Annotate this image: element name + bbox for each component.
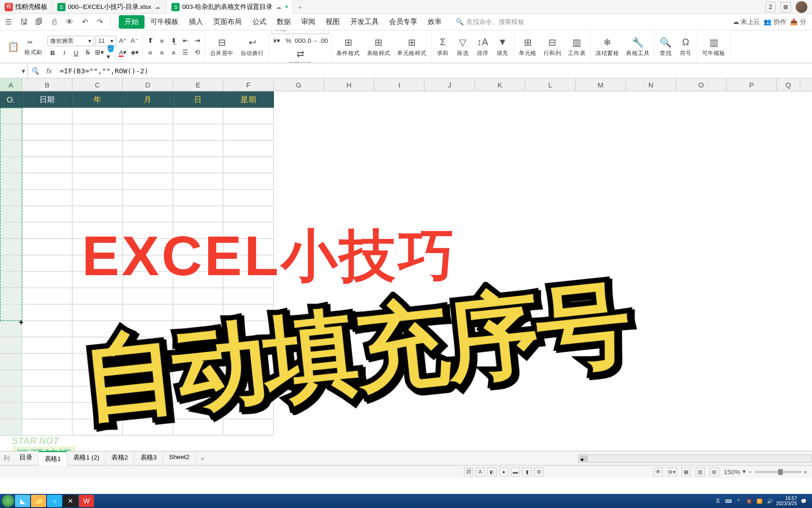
cell[interactable] bbox=[22, 157, 72, 174]
notifications-icon[interactable]: 💬 bbox=[800, 497, 807, 505]
tab-file-000[interactable]: S 000--EXCEL小技巧-目录.xlsx ☁ bbox=[53, 0, 167, 14]
cell[interactable] bbox=[173, 387, 224, 403]
cell[interactable] bbox=[0, 354, 22, 370]
orientation-icon[interactable]: ⟲ bbox=[192, 47, 202, 57]
cell[interactable] bbox=[173, 304, 224, 321]
cell[interactable] bbox=[123, 387, 173, 403]
column-header-P[interactable]: P bbox=[726, 79, 777, 91]
inc-decimal-icon[interactable]: .0→ bbox=[306, 35, 317, 46]
cell-style-button[interactable]: ⊞单元格样式 bbox=[395, 34, 429, 58]
menu-review[interactable]: 审阅 bbox=[297, 15, 320, 29]
column-header-J[interactable]: J bbox=[425, 79, 475, 91]
column-header-L[interactable]: L bbox=[525, 79, 576, 91]
cell[interactable] bbox=[22, 206, 72, 222]
cell[interactable] bbox=[0, 141, 22, 157]
tray-icon[interactable]: ^ bbox=[735, 497, 742, 505]
worksheet-button[interactable]: ▥工作表 bbox=[566, 34, 588, 58]
clock[interactable]: 16:57 2023/3/25 bbox=[776, 496, 797, 506]
cell[interactable] bbox=[224, 255, 274, 272]
filter-button[interactable]: ▽筛选 bbox=[454, 34, 471, 58]
tray-icon[interactable]: 🛜 bbox=[756, 497, 763, 505]
taskbar-app[interactable]: ✕ bbox=[63, 495, 78, 507]
cell[interactable] bbox=[72, 157, 123, 174]
cell[interactable] bbox=[0, 174, 22, 190]
tools-button[interactable]: 🔧表格工具 bbox=[624, 34, 652, 58]
cell[interactable] bbox=[0, 370, 22, 387]
cell[interactable] bbox=[123, 157, 173, 174]
cell[interactable] bbox=[72, 206, 123, 222]
sum-button[interactable]: Σ求和 bbox=[434, 34, 452, 58]
column-header-D[interactable]: D bbox=[123, 79, 173, 91]
add-sheet-button[interactable]: + bbox=[196, 455, 209, 462]
cell[interactable] bbox=[22, 255, 72, 272]
cell[interactable] bbox=[224, 157, 274, 174]
column-header-B[interactable]: B bbox=[22, 79, 72, 91]
cell[interactable] bbox=[22, 337, 72, 354]
column-header-O[interactable]: O bbox=[676, 79, 726, 91]
cell[interactable] bbox=[0, 272, 22, 288]
cell[interactable] bbox=[173, 222, 224, 239]
cell[interactable] bbox=[173, 272, 224, 288]
grid-icon[interactable]: ⊞ bbox=[781, 1, 791, 12]
menu-data[interactable]: 数据 bbox=[272, 15, 296, 29]
cell[interactable] bbox=[0, 239, 22, 255]
cell[interactable] bbox=[72, 337, 123, 354]
column-header-H[interactable]: H bbox=[324, 79, 375, 91]
shrink-font-icon[interactable]: A⁻ bbox=[129, 35, 140, 46]
cell[interactable] bbox=[0, 206, 22, 222]
cell[interactable] bbox=[72, 288, 123, 305]
cell[interactable] bbox=[224, 239, 274, 255]
find-button[interactable]: 🔍查找 bbox=[657, 34, 674, 58]
paste-button[interactable]: 📋 bbox=[5, 39, 22, 54]
cell[interactable] bbox=[224, 304, 274, 321]
cell[interactable] bbox=[123, 206, 173, 222]
menu-vip[interactable]: 会员专享 bbox=[384, 15, 422, 29]
cell[interactable] bbox=[22, 403, 72, 420]
cell[interactable] bbox=[22, 304, 72, 321]
view-layout-icon[interactable]: ▥ bbox=[695, 467, 705, 476]
cell[interactable] bbox=[224, 190, 274, 206]
cell[interactable] bbox=[22, 108, 72, 124]
cell[interactable] bbox=[173, 419, 224, 436]
avatar[interactable] bbox=[796, 1, 807, 13]
saveas-icon[interactable]: 🗐 bbox=[33, 16, 46, 28]
cell[interactable] bbox=[72, 354, 123, 370]
cell[interactable] bbox=[123, 419, 173, 436]
start-button[interactable] bbox=[2, 495, 14, 507]
status-icon[interactable]: ⚙ bbox=[534, 467, 544, 476]
sheet-tab[interactable]: 表格3 bbox=[134, 451, 163, 466]
view-normal-icon[interactable]: ▦ bbox=[681, 467, 691, 476]
cell[interactable] bbox=[22, 190, 72, 206]
sheet-tab[interactable]: 目录 bbox=[14, 451, 39, 466]
cell[interactable] bbox=[123, 288, 173, 305]
cell[interactable] bbox=[22, 124, 72, 141]
cell[interactable] bbox=[123, 141, 173, 157]
cell[interactable] bbox=[224, 124, 274, 141]
cell[interactable] bbox=[22, 370, 72, 387]
eye-icon[interactable]: 👁 bbox=[654, 467, 663, 476]
cell[interactable] bbox=[123, 222, 173, 239]
cell[interactable] bbox=[224, 141, 274, 157]
cell[interactable] bbox=[173, 403, 224, 420]
comma-icon[interactable]: 000 bbox=[295, 35, 305, 46]
cell[interactable] bbox=[224, 222, 274, 239]
coop-button[interactable]: 👥 协作 bbox=[764, 17, 787, 26]
status-icon[interactable]: A bbox=[476, 467, 485, 476]
cell[interactable] bbox=[0, 255, 22, 272]
cell[interactable] bbox=[123, 239, 173, 255]
table-header-cell[interactable]: 日 bbox=[173, 91, 224, 108]
cell[interactable] bbox=[224, 337, 274, 354]
horizontal-scrollbar[interactable]: ◂ bbox=[578, 454, 812, 462]
cell[interactable] bbox=[72, 124, 123, 141]
cell[interactable] bbox=[224, 272, 274, 288]
align-center-icon[interactable]: ≡ bbox=[157, 47, 167, 57]
cell[interactable] bbox=[173, 108, 224, 124]
cell[interactable] bbox=[72, 190, 123, 206]
sheet-tab[interactable]: Sheet2 bbox=[163, 451, 196, 466]
cell[interactable] bbox=[123, 255, 173, 272]
freeze-button[interactable]: ❄冻结窗格 bbox=[593, 34, 621, 58]
cell[interactable] bbox=[173, 141, 224, 157]
tray-icon[interactable]: 五 bbox=[714, 497, 722, 505]
taskbar-app[interactable]: ◣ bbox=[15, 495, 30, 507]
align-right-icon[interactable]: ≡ bbox=[169, 47, 179, 57]
